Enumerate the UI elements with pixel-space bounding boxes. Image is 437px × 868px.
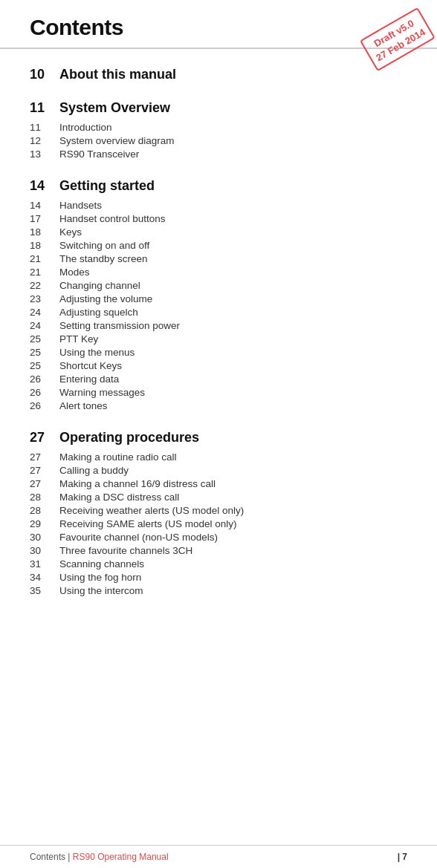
entry-number: 27 bbox=[30, 451, 59, 463]
toc-entry: 23Adjusting the volume bbox=[30, 292, 407, 305]
entry-number: 21 bbox=[30, 267, 59, 278]
entry-title: Favourite channel (non-US models) bbox=[59, 532, 218, 543]
entry-title: Using the menus bbox=[59, 347, 135, 358]
toc-content: 10About this manual11System Overview11In… bbox=[0, 67, 437, 597]
entry-title: Introduction bbox=[59, 122, 112, 133]
entry-number: 30 bbox=[30, 545, 59, 556]
entry-title: Three favourite channels 3CH bbox=[59, 545, 192, 556]
entry-title: Changing channel bbox=[59, 280, 140, 291]
entry-title: PTT Key bbox=[59, 333, 98, 345]
entry-number: 23 bbox=[30, 293, 59, 304]
draft-stamp: Draft v5.027 Feb 2014 bbox=[364, 6, 431, 73]
entry-number: 28 bbox=[30, 505, 59, 516]
entry-number: 27 bbox=[30, 465, 59, 476]
entry-number: 25 bbox=[30, 333, 59, 345]
toc-entry: 30Three favourite channels 3CH bbox=[30, 544, 407, 557]
footer-link[interactable]: RS90 Operating Manual bbox=[73, 852, 169, 862]
entry-number: 22 bbox=[30, 280, 59, 291]
entry-number: 25 bbox=[30, 347, 59, 358]
section-heading-10: 10About this manual bbox=[30, 67, 407, 82]
section-heading-14: 14Getting started bbox=[30, 178, 407, 194]
entry-number: 11 bbox=[30, 122, 59, 133]
entry-title: Making a channel 16/9 distress call bbox=[59, 478, 216, 489]
entry-number: 35 bbox=[30, 585, 59, 596]
section-number: 14 bbox=[30, 178, 59, 194]
toc-entry: 26Entering data bbox=[30, 372, 407, 385]
entry-title: Making a DSC distress call bbox=[59, 492, 179, 503]
entry-number: 26 bbox=[30, 400, 59, 411]
toc-entry: 27Making a routine radio call bbox=[30, 450, 407, 463]
entry-number: 28 bbox=[30, 492, 59, 503]
toc-entry: 28Receiving weather alerts (US model onl… bbox=[30, 503, 407, 517]
entry-title: Adjusting squelch bbox=[59, 307, 138, 318]
toc-entry: 26Alert tones bbox=[30, 399, 407, 412]
footer-page-number: | 7 bbox=[398, 852, 407, 862]
toc-entry: 17Handset control buttons bbox=[30, 212, 407, 225]
entry-number: 17 bbox=[30, 213, 59, 224]
toc-entries: 11Introduction12System overview diagram1… bbox=[30, 120, 407, 160]
toc-entry: 29Receiving SAME alerts (US model only) bbox=[30, 517, 407, 530]
entry-title: RS90 Transceiver bbox=[59, 149, 139, 160]
toc-entry: 22Changing channel bbox=[30, 278, 407, 292]
entry-number: 27 bbox=[30, 478, 59, 489]
section-number: 10 bbox=[30, 67, 59, 82]
toc-entry: 30Favourite channel (non-US models) bbox=[30, 530, 407, 544]
entry-title: Using the intercom bbox=[59, 585, 143, 596]
draft-stamp-text: Draft v5.027 Feb 2014 bbox=[360, 7, 436, 72]
entry-title: Receiving SAME alerts (US model only) bbox=[59, 518, 237, 529]
toc-entry: 25Using the menus bbox=[30, 345, 407, 359]
toc-entry: 25PTT Key bbox=[30, 332, 407, 345]
entry-title: Keys bbox=[59, 226, 82, 238]
section-number: 11 bbox=[30, 100, 59, 116]
entry-number: 12 bbox=[30, 135, 59, 146]
footer-label: Contents bbox=[30, 852, 65, 862]
entry-number: 24 bbox=[30, 307, 59, 318]
toc-entry: 14Handsets bbox=[30, 198, 407, 212]
entry-number: 21 bbox=[30, 253, 59, 264]
entry-title: The standby screen bbox=[59, 253, 148, 264]
section-heading-27: 27Operating procedures bbox=[30, 430, 407, 446]
entry-title: Switching on and off bbox=[59, 240, 149, 251]
toc-entry: 24Setting transmission power bbox=[30, 319, 407, 332]
toc-entry: 35Using the intercom bbox=[30, 584, 407, 597]
section-title: Operating procedures bbox=[59, 430, 199, 446]
entry-number: 24 bbox=[30, 320, 59, 331]
entry-title: Setting transmission power bbox=[59, 320, 180, 331]
entry-number: 29 bbox=[30, 518, 59, 529]
entry-number: 18 bbox=[30, 226, 59, 238]
section-number: 27 bbox=[30, 430, 59, 446]
entry-number: 34 bbox=[30, 572, 59, 583]
toc-entries: 27Making a routine radio call27Calling a… bbox=[30, 450, 407, 597]
toc-entry: 34Using the fog horn bbox=[30, 570, 407, 584]
entry-title: Making a routine radio call bbox=[59, 451, 177, 463]
toc-section-10: 10About this manual bbox=[30, 67, 407, 82]
entry-title: Modes bbox=[59, 267, 90, 278]
entry-number: 26 bbox=[30, 387, 59, 398]
entry-title: Handsets bbox=[59, 200, 102, 211]
entry-title: Alert tones bbox=[59, 400, 108, 411]
toc-section-14: 14Getting started14Handsets17Handset con… bbox=[30, 178, 407, 412]
section-title: Getting started bbox=[59, 178, 155, 194]
page: Draft v5.027 Feb 2014 Contents 10About t… bbox=[0, 0, 437, 868]
entry-number: 18 bbox=[30, 240, 59, 251]
toc-entry: 26Warning messages bbox=[30, 385, 407, 399]
entry-title: Using the fog horn bbox=[59, 572, 141, 583]
toc-entry: 21The standby screen bbox=[30, 252, 407, 265]
page-footer: Contents | RS90 Operating Manual | 7 bbox=[0, 845, 437, 868]
entry-number: 25 bbox=[30, 360, 59, 371]
entry-title: Receiving weather alerts (US model only) bbox=[59, 505, 244, 516]
section-heading-11: 11System Overview bbox=[30, 100, 407, 116]
entry-title: Calling a buddy bbox=[59, 465, 129, 476]
footer-left: Contents | RS90 Operating Manual bbox=[30, 852, 169, 862]
entry-title: Adjusting the volume bbox=[59, 293, 152, 304]
entry-title: Scanning channels bbox=[59, 558, 144, 570]
entry-title: Entering data bbox=[59, 373, 119, 385]
toc-entry: 25Shortcut Keys bbox=[30, 359, 407, 372]
entry-number: 31 bbox=[30, 558, 59, 570]
toc-entry: 18Switching on and off bbox=[30, 238, 407, 252]
toc-section-27: 27Operating procedures27Making a routine… bbox=[30, 430, 407, 597]
toc-section-11: 11System Overview11Introduction12System … bbox=[30, 100, 407, 160]
toc-entry: 11Introduction bbox=[30, 120, 407, 134]
entry-title: Handset control buttons bbox=[59, 213, 166, 224]
toc-entry: 18Keys bbox=[30, 225, 407, 238]
